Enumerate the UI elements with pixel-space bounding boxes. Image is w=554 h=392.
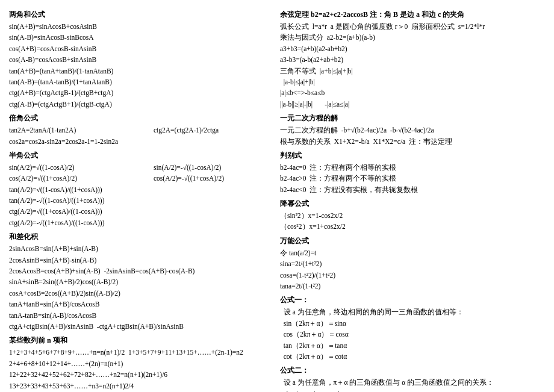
formula-liangjiao-5: tan(A+B)=(tanA+tanB)/(1-tanAtanB) (9, 66, 268, 76)
formula-g2-1: sin（π＋α）＝－sinα (280, 388, 545, 392)
formula-panbieshi-2: b2-4ac>0 注：方程有两个不等的实根 (280, 173, 545, 184)
formula-panbieshi-1: b2-4ac=0 注：方程有两个相等的实根 (280, 162, 545, 173)
formula-liangjiao-6: tan(A-B)=(tanA-tanB)/(1+tanAtanB) (9, 76, 268, 87)
section-jiangmi: 降幂公式 （sin²2）x=1-cos2x/2 （cos²2）x=1+cos2x… (280, 199, 545, 232)
left-column: 两角和公式 sin(A+B)=sinAcosB+cosAsinB sin(A-B… (9, 6, 268, 392)
formula-yuxian-8: ||a-b||≥|a|-|b| -|a|≤a≤|a| (280, 99, 545, 110)
section-yuxian: 余弦定理 b2=a2+c2-2accosB 注：角 B 是边 a 和边 c 的夹… (280, 10, 545, 110)
formula-wanneng-4: tana=2t/(1-t²2) (280, 281, 545, 291)
formula-yiyuaner-1: 一元二次方程的解 -b+√(b2-4ac)/2a -b-√(b2-4ac)/2a (280, 125, 545, 135)
formula-beijiao-2: cos2a=cos2a-sin2a=2cos2a-1=1-2sin2a (9, 136, 268, 147)
formula-hcha-2: 2cosAsinB=sin(A+B)-sin(A-B) (9, 255, 268, 266)
formula-wanneng-2: sina=2t/(1+t²2) (280, 258, 545, 269)
formula-yuxian-2: 乘法与因式分 a2-b2=(a+b)(a-b) (280, 32, 545, 43)
formula-hcha-5: cosA+cosB=2cos((A+B)/2)sin((A-B)/2) (9, 288, 268, 299)
section-title-gongshi1: 公式一： (280, 295, 545, 305)
section-title-banjiao: 半角公式 (9, 151, 268, 161)
formula-banjiao-1: sin(A/2)=√((1-cosA)/2) sin(A/2)=-√((1-co… (9, 162, 268, 173)
formula-g1-4: cot（2kπ＋α）＝cotα (280, 351, 545, 362)
page-layout: 两角和公式 sin(A+B)=sinAcosB+cosAsinB sin(A-B… (9, 6, 545, 392)
formula-shulie-4: 13+23+33+43+53+63+……+n3=n2(n+1)2/4 (9, 381, 268, 391)
section-gongshi1: 公式一： 设 a 为任意角，终边相同的角的同一三角函数的值相等： sin（2kπ… (280, 295, 545, 362)
formula-shulie-1: 1+2+3+4+5+6+7+8+9+……+n=n(n+1)/2 1+3+5+7+… (9, 347, 268, 358)
formula-g1-desc: 设 a 为任意角，终边相同的角的同一三角函数的值相等： (280, 306, 545, 317)
formula-liangjiao-4: cos(A-B)=cosAcosB+sinAsinB (9, 54, 268, 65)
formula-yuxian-5: 三角不等式 |a+b|≤|a|+|b| (280, 66, 545, 76)
formula-g1-1: sin（2kπ＋α）＝sinα (280, 318, 545, 329)
formula-panbieshi-3: b2-4ac<0 注：方程没有实根，有共轭复数根 (280, 184, 545, 195)
formula-shulie-2: 2+4+6+8+10+12+14+……+(2n)=n(n+1) (9, 358, 268, 369)
formula-hcha-6: tanA+tanB=sin(A+B)/cosAcosB (9, 299, 268, 310)
formula-liangjiao-8: ctg(A-B)=(ctgActgB+1)/(ctgB-ctgA) (9, 99, 268, 110)
formula-liangjiao-7: ctg(A+B)=(ctgActgB-1)/(ctgB+ctgA) (9, 87, 268, 98)
formula-hcha-4: sinA+sinB=2sin((A+B)/2)cos((A-B)/2) (9, 276, 268, 287)
section-liangjiao: 两角和公式 sin(A+B)=sinAcosB+cosAsinB sin(A-B… (9, 10, 268, 110)
section-yiyuaner: 一元二次方程的解 一元二次方程的解 -b+√(b2-4ac)/2a -b-√(b… (280, 113, 545, 147)
formula-liangjiao-3: cos(A+B)=cosAcosB-sinAsinB (9, 43, 268, 54)
section-title-shulie: 某些数列前 n 项和 (9, 335, 268, 346)
section-title-liangjiao: 两角和公式 (9, 10, 268, 20)
section-title-jiangmi: 降幂公式 (280, 199, 545, 209)
section-title-panbieshi: 判别式 (280, 151, 545, 161)
formula-yuxian-4: a3-b3=(a-b(a2+ab+b2) (280, 54, 545, 65)
formula-liangjiao-2: sin(A-B)=sinAcosB-sinBcosA (9, 32, 268, 43)
section-title-yiyuaner: 一元二次方程的解 (280, 113, 545, 123)
section-title-hecharhuaji: 和差化积 (9, 232, 268, 242)
formula-g1-2: cos（2kπ＋α）＝cosα (280, 329, 545, 340)
formula-yuxian-7: |a|≤b<=>-b≤a≤b (280, 87, 545, 98)
formula-wanneng-1: 令 tan(a/2)=t (280, 247, 545, 258)
formula-liangjiao-1: sin(A+B)=sinAcosB+cosAsinB (9, 21, 268, 32)
formula-banjiao-5: ctg(A/2)=√((1+cosA)/((1-cosA))) (9, 206, 268, 217)
formula-yuxian-6: |a-b|≤|a|+|b| (280, 76, 545, 87)
formula-wanneng-3: cosa=(1-t²2)/(1+t²2) (280, 270, 545, 281)
section-gongshi2: 公式二： 设 a 为任意角，π＋α 的三角函数值与 α 的三角函数值之间的关系：… (280, 366, 545, 392)
formula-hcha-1: 2sinAcosB=sin(A+B)+sin(A-B) (9, 243, 268, 254)
formula-hcha-8: ctgA+ctgBsin(A+B)/sinAsinB -ctgA+ctgBsin… (9, 321, 268, 332)
section-wanneng: 万能公式 令 tan(a/2)=t sina=2t/(1+t²2) cosa=(… (280, 236, 545, 292)
section-hecharhuaji: 和差化积 2sinAcosB=sin(A+B)+sin(A-B) 2cosAsi… (9, 232, 268, 332)
section-beijiao: 倍角公式 tan2A=2tanA/(1-tan2A) ctg2A=(ctg2A-… (9, 113, 268, 147)
right-column: 余弦定理 b2=a2+c2-2accosB 注：角 B 是边 a 和边 c 的夹… (280, 6, 545, 392)
formula-banjiao-2: cos(A/2)=√((1+cosA)/2) cos(A/2)=-√((1+co… (9, 173, 268, 184)
formula-yuxian-1: 弧长公式 l=a*r a 是圆心角的弧度数 r＞0 扇形面积公式 s=1/2*l… (280, 21, 545, 32)
section-title-wanneng: 万能公式 (280, 236, 545, 246)
formula-banjiao-6: ctg(A/2)=-√((1+cosA)/((1-cosA))) (9, 217, 268, 228)
formula-jiangmi-1: （sin²2）x=1-cos2x/2 (280, 210, 545, 221)
formula-beijiao-1: tan2A=2tanA/(1-tan2A) ctg2A=(ctg2A-1)/2c… (9, 125, 268, 135)
section-title-beijiao: 倍角公式 (9, 113, 268, 123)
formula-banjiao-3: tan(A/2)=√((1-cosA)/((1+cosA))) (9, 184, 268, 195)
formula-g1-3: tan（2kπ＋α）＝tanα (280, 340, 545, 351)
formula-g2-desc: 设 a 为任意角，π＋α 的三角函数值与 α 的三角函数值之间的关系： (280, 377, 545, 388)
formula-banjiao-4: tan(A/2)=-√((1-cosA)/((1+cosA))) (9, 195, 268, 206)
section-banjiao: 半角公式 sin(A/2)=√((1-cosA)/2) sin(A/2)=-√(… (9, 151, 268, 228)
section-title-gongshi2: 公式二： (280, 366, 545, 376)
formula-hcha-7: tanA-tanB=sin(A-B)/cosAcosB (9, 310, 268, 321)
formula-jiangmi-2: （cos²2）x=1+cos2x/2 (280, 221, 545, 232)
section-title-yuxian: 余弦定理 b2=a2+c2-2accosB 注：角 B 是边 a 和边 c 的夹… (280, 10, 545, 20)
formula-shulie-3: 12+22+32+42+52+62+72+82+……+n2=n(n+1)(2n+… (9, 369, 268, 380)
section-shulieqianxiang: 某些数列前 n 项和 1+2+3+4+5+6+7+8+9+……+n=n(n+1)… (9, 335, 268, 392)
formula-hcha-3: 2cosAcosB=cos(A+B)+sin(A-B) -2sinAsinB=c… (9, 266, 268, 276)
formula-yuxian-3: a3+b3=(a+b)(a2-ab+b2) (280, 43, 545, 54)
formula-yiyuaner-2: 根与系数的关系 X1+X2=-b/a X1*X2=c/a 注：韦达定理 (280, 136, 545, 147)
section-panbieshi: 判别式 b2-4ac=0 注：方程有两个相等的实根 b2-4ac>0 注：方程有… (280, 151, 545, 195)
